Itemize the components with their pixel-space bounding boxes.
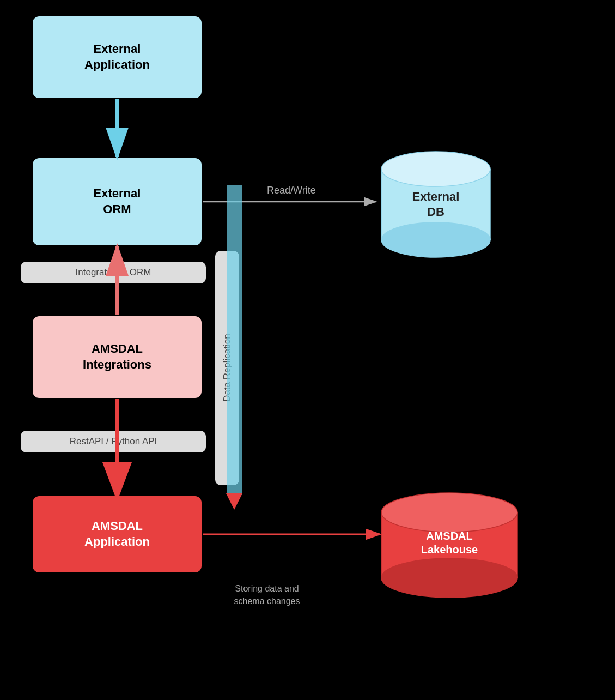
svg-text:Storing data and: Storing data and — [235, 584, 299, 593]
svg-text:AMSDAL: AMSDAL — [426, 530, 473, 542]
svg-text:Lakehouse: Lakehouse — [421, 544, 478, 556]
svg-text:External: External — [412, 190, 460, 203]
svg-text:schema changes: schema changes — [234, 596, 300, 606]
svg-point-10 — [381, 222, 490, 257]
diagram-svg: Read/Write External DB — [0, 0, 615, 700]
svg-text:DB: DB — [427, 205, 444, 219]
diagram-container: External Application External ORM AMSDAL… — [0, 0, 615, 700]
svg-point-9 — [381, 152, 490, 186]
svg-point-21 — [381, 493, 517, 532]
svg-marker-17 — [226, 493, 242, 510]
svg-text:Read/Write: Read/Write — [267, 185, 316, 196]
svg-point-22 — [381, 558, 517, 598]
